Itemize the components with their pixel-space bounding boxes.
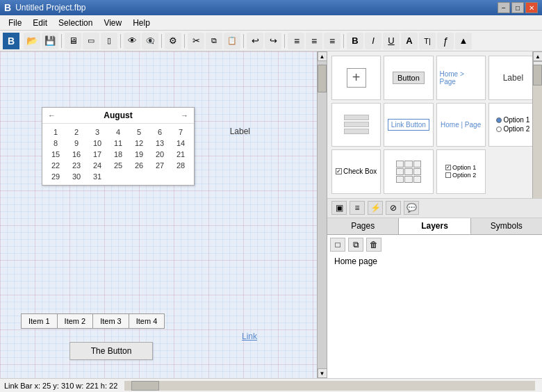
nav-item-2[interactable]: Item 2 bbox=[58, 314, 94, 328]
panel-tabs: Pages Layers Symbols bbox=[327, 218, 542, 235]
copy-page-button[interactable]: ⧉ bbox=[348, 238, 363, 252]
cut-button[interactable]: ✂ bbox=[188, 33, 204, 49]
canvas[interactable]: ← August → 1 2 3 4 5 6 7 bbox=[0, 51, 320, 378]
radio-widget-item[interactable]: Option 1 Option 2 bbox=[488, 103, 538, 147]
mobile-button[interactable]: ▯ bbox=[101, 33, 117, 49]
settings-button[interactable]: ⚙ bbox=[165, 33, 181, 49]
undo-button[interactable]: ↩ bbox=[247, 33, 263, 49]
scroll-track[interactable] bbox=[318, 61, 327, 368]
plus-icon: + bbox=[347, 68, 366, 88]
nav-item-3[interactable]: Item 3 bbox=[93, 314, 129, 328]
tab-pages[interactable]: Pages bbox=[327, 218, 399, 234]
breadcrumb2-widget-item[interactable]: Home | Page bbox=[436, 103, 486, 147]
label-preview: Label bbox=[503, 73, 523, 83]
font-button[interactable]: ƒ bbox=[437, 33, 454, 49]
page-item-home[interactable]: Home page bbox=[330, 254, 539, 268]
nav-item-1[interactable]: Item 1 bbox=[22, 314, 58, 328]
linkbtn-widget-item[interactable]: Link Button bbox=[384, 103, 433, 147]
bold-button[interactable]: B bbox=[347, 33, 363, 49]
desktop-button[interactable]: 🖥 bbox=[65, 33, 81, 49]
canvas-scroll: ← August → 1 2 3 4 5 6 7 bbox=[0, 51, 327, 378]
cal-cell-empty: - bbox=[149, 171, 170, 182]
label-widget-item[interactable]: Label bbox=[488, 56, 538, 100]
right-panel: + Button Home > Page Label bbox=[327, 51, 542, 378]
calendar-next[interactable]: → bbox=[181, 111, 188, 120]
cal-cell: 16 bbox=[66, 149, 87, 160]
breadcrumb-widget-preview: Home > Page bbox=[440, 59, 482, 97]
scroll-down-button[interactable]: ▼ bbox=[318, 368, 327, 378]
sep6 bbox=[284, 34, 285, 48]
hscroll-thumb[interactable] bbox=[131, 381, 159, 391]
minimize-button[interactable]: − bbox=[498, 2, 510, 13]
textfield-button[interactable]: T| bbox=[419, 33, 436, 49]
preview2-button[interactable]: 👁‍🗨 bbox=[142, 33, 158, 49]
palette-scroll-up[interactable]: ▲ bbox=[533, 51, 542, 61]
nav-item-4[interactable]: Item 4 bbox=[129, 314, 165, 328]
tab-symbols[interactable]: Symbols bbox=[471, 218, 542, 234]
canvas-navbar[interactable]: Item 1 Item 2 Item 3 Item 4 bbox=[21, 313, 165, 329]
button-widget-item[interactable]: Button bbox=[384, 56, 433, 100]
fillcolor-button[interactable]: ▲ bbox=[455, 33, 472, 49]
menu-file[interactable]: File bbox=[3, 17, 27, 29]
panel-layout-button[interactable]: ▣ bbox=[331, 201, 347, 215]
tablet-button[interactable]: ▭ bbox=[83, 33, 99, 49]
fontcolor-button[interactable]: A bbox=[401, 33, 418, 49]
cal-cell: 14 bbox=[170, 138, 191, 149]
grid-widget-item[interactable] bbox=[384, 149, 433, 194]
button-preview: Button bbox=[393, 72, 425, 84]
sep4 bbox=[184, 34, 185, 48]
toolbar: B 📂 💾 🖥 ▭ ▯ 👁 👁‍🗨 ⚙ ✂ ⧉ 📋 ↩ ↪ ≡ ≡ ≡ B I … bbox=[0, 31, 542, 51]
cal-cell: 11 bbox=[108, 138, 129, 149]
align-center-button[interactable]: ≡ bbox=[306, 33, 322, 49]
panel-list-button[interactable]: ≡ bbox=[350, 201, 365, 215]
tab-layers[interactable]: Layers bbox=[399, 218, 470, 234]
open-button[interactable]: 📂 bbox=[24, 33, 40, 49]
italic-button[interactable]: I bbox=[365, 33, 381, 49]
menu-selection[interactable]: Selection bbox=[53, 17, 98, 29]
panel-lightning-button[interactable]: ⚡ bbox=[368, 201, 383, 215]
calendar-widget[interactable]: ← August → 1 2 3 4 5 6 7 bbox=[42, 107, 195, 186]
breadcrumb-widget-item[interactable]: Home > Page bbox=[436, 56, 486, 100]
options-widget-item[interactable]: ✓ Option 1 Option 2 bbox=[436, 149, 486, 194]
cal-cell: 29 bbox=[45, 171, 66, 182]
palette-scroll-thumb[interactable] bbox=[533, 65, 542, 85]
canvas-link[interactable]: Link bbox=[242, 332, 257, 341]
scroll-up-button[interactable]: ▲ bbox=[318, 51, 327, 61]
titlebar-left: B Untitled Project.fbp bbox=[4, 2, 86, 13]
accordion-widget-item[interactable] bbox=[331, 103, 381, 147]
close-button[interactable]: ✕ bbox=[525, 2, 538, 13]
menu-view[interactable]: View bbox=[98, 17, 127, 29]
scroll-thumb[interactable] bbox=[318, 65, 327, 92]
checkbox-widget-item[interactable]: ✓ Check Box bbox=[331, 149, 381, 194]
new-page-button[interactable]: □ bbox=[330, 238, 345, 252]
statusbar-hscrollbar[interactable] bbox=[124, 381, 535, 391]
breadcrumb-preview: Home > Page bbox=[440, 70, 482, 85]
copy-button[interactable]: ⧉ bbox=[206, 33, 222, 49]
align-right-button[interactable]: ≡ bbox=[324, 33, 340, 49]
palette-vscrollbar[interactable]: ▲ ▼ bbox=[532, 51, 542, 198]
underline-button[interactable]: U bbox=[383, 33, 400, 49]
canvas-button[interactable]: The Button bbox=[69, 342, 153, 360]
panel-stop-button[interactable]: ⊘ bbox=[386, 201, 401, 215]
paste-button[interactable]: 📋 bbox=[224, 33, 240, 49]
cal-cell: 21 bbox=[170, 149, 191, 160]
panel-comment-button[interactable]: 💬 bbox=[404, 201, 419, 215]
calendar-row-2: 8 9 10 11 12 13 14 bbox=[45, 138, 191, 149]
titlebar-controls: − □ ✕ bbox=[498, 2, 538, 13]
canvas-button-widget[interactable]: The Button bbox=[69, 342, 153, 360]
delete-page-button[interactable]: 🗑 bbox=[366, 238, 381, 252]
calendar-prev[interactable]: ← bbox=[48, 111, 56, 120]
add-widget-item[interactable]: + bbox=[331, 56, 381, 100]
redo-button[interactable]: ↪ bbox=[265, 33, 281, 49]
menu-edit[interactable]: Edit bbox=[27, 17, 53, 29]
options-widget-preview: ✓ Option 1 Option 2 bbox=[440, 153, 482, 190]
save-button[interactable]: 💾 bbox=[42, 33, 58, 49]
maximize-button[interactable]: □ bbox=[511, 2, 524, 13]
cal-cell: 25 bbox=[108, 160, 129, 171]
cal-cell: 20 bbox=[149, 149, 170, 160]
align-left-button[interactable]: ≡ bbox=[288, 33, 304, 49]
calendar-month: August bbox=[104, 111, 132, 120]
preview-button[interactable]: 👁 bbox=[124, 33, 140, 49]
sep5 bbox=[243, 34, 244, 48]
menu-help[interactable]: Help bbox=[127, 17, 156, 29]
